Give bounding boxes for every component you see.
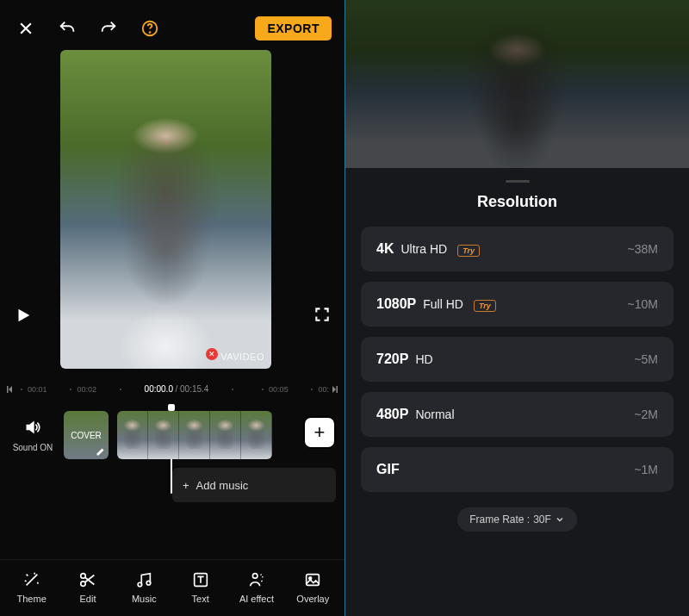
resolution-main: 4K <box>376 241 394 257</box>
play-button[interactable] <box>14 306 33 328</box>
svg-rect-3 <box>337 386 338 393</box>
resolution-option[interactable]: GIF~1M <box>361 447 673 492</box>
resolution-size: ~1M <box>634 463 658 476</box>
resolution-size: ~38M <box>628 242 658 256</box>
tab-text[interactable]: Text <box>175 570 227 604</box>
svg-point-6 <box>138 582 142 587</box>
tab-label: Edit <box>80 594 96 604</box>
tab-ai-effect[interactable]: AI effect <box>231 570 282 604</box>
add-music-button[interactable]: + Add music <box>172 468 336 502</box>
video-preview[interactable]: ✕ VAVIDEO <box>60 50 271 369</box>
text-icon <box>191 570 210 589</box>
frame-rate-selector[interactable]: Frame Rate : 30F <box>457 507 577 532</box>
svg-point-5 <box>81 582 86 587</box>
sheet-title: Resolution <box>361 193 673 211</box>
resolution-main: 720P <box>376 352 408 367</box>
edit-cover-icon <box>96 446 106 457</box>
time-mark: 00: <box>318 385 329 394</box>
tab-edit[interactable]: Edit <box>62 570 114 604</box>
step-forward-icon[interactable] <box>329 385 338 394</box>
chevron-down-icon <box>555 514 565 525</box>
step-back-icon[interactable] <box>7 385 16 394</box>
resolution-option[interactable]: 480PNormal~2M <box>361 392 673 437</box>
tab-theme[interactable]: Theme <box>6 570 58 604</box>
sheet-grabber[interactable] <box>506 180 530 183</box>
music-icon <box>134 570 153 589</box>
overlay-icon <box>303 570 322 589</box>
tab-label: Text <box>192 594 209 604</box>
timeline-ruler[interactable]: 00:01 00:02 00:00.0 / 00:15.4 00:05 00: <box>0 369 344 401</box>
frame-rate-label: Frame Rate : <box>469 513 530 526</box>
watermark-label: VAVIDEO <box>220 352 264 362</box>
resolution-sub: Ultra HD <box>400 242 447 256</box>
ai-icon <box>247 570 266 589</box>
resolution-sheet: Resolution 4KUltra HDTry~38M1080PFull HD… <box>345 168 689 616</box>
tab-overlay[interactable]: Overlay <box>287 570 338 604</box>
resolution-main: 1080P <box>376 296 416 312</box>
video-clip[interactable] <box>117 411 272 459</box>
resolution-sub: HD <box>415 352 432 366</box>
resolution-size: ~10M <box>628 297 658 311</box>
cover-button[interactable]: COVER <box>64 411 109 459</box>
redo-icon[interactable] <box>96 16 121 41</box>
resolution-sub: Normal <box>415 408 454 421</box>
undo-icon[interactable] <box>54 16 80 41</box>
export-button[interactable]: EXPORT <box>255 16 332 40</box>
time-mark: 00:01 <box>28 385 47 394</box>
resolution-option[interactable]: 4KUltra HDTry~38M <box>361 227 673 271</box>
scissors-icon <box>78 570 97 589</box>
try-badge: Try <box>474 300 496 312</box>
svg-point-7 <box>147 581 152 585</box>
close-icon[interactable] <box>13 16 39 41</box>
time-current: 00:00.0 <box>145 384 173 394</box>
resolution-option[interactable]: 720PHD~5M <box>361 337 673 382</box>
add-music-label: Add music <box>196 479 249 492</box>
help-icon[interactable] <box>137 16 163 41</box>
resolution-sub: Full HD <box>423 297 463 311</box>
fullscreen-icon[interactable] <box>313 306 331 327</box>
time-mark: 00:02 <box>77 385 96 394</box>
svg-rect-10 <box>307 575 320 586</box>
remove-watermark-icon[interactable]: ✕ <box>206 348 218 360</box>
add-clip-button[interactable]: + <box>303 416 336 449</box>
tab-label: AI effect <box>239 594 274 604</box>
svg-rect-2 <box>7 386 9 393</box>
tab-music[interactable]: Music <box>118 570 170 604</box>
tab-label: Music <box>132 594 157 604</box>
wand-icon <box>22 570 41 589</box>
tab-label: Theme <box>17 594 47 604</box>
resolution-option[interactable]: 1080PFull HDTry~10M <box>361 282 673 327</box>
resolution-size: ~5M <box>634 352 658 366</box>
plus-icon: + <box>183 479 189 492</box>
resolution-main: 480P <box>376 407 408 422</box>
tab-label: Overlay <box>296 594 329 604</box>
export-preview <box>345 0 689 168</box>
svg-point-9 <box>252 574 258 579</box>
resolution-main: GIF <box>376 462 400 477</box>
sound-label: Sound ON <box>7 443 59 452</box>
time-mark: 00:05 <box>269 385 289 394</box>
try-badge: Try <box>457 245 480 257</box>
svg-point-4 <box>81 574 86 579</box>
cover-label: COVER <box>71 431 102 440</box>
sound-toggle[interactable]: Sound ON <box>7 419 59 452</box>
resolution-size: ~2M <box>634 408 658 421</box>
frame-rate-value: 30F <box>533 513 551 526</box>
time-total: / 00:15.4 <box>175 384 208 394</box>
svg-point-1 <box>150 32 151 33</box>
